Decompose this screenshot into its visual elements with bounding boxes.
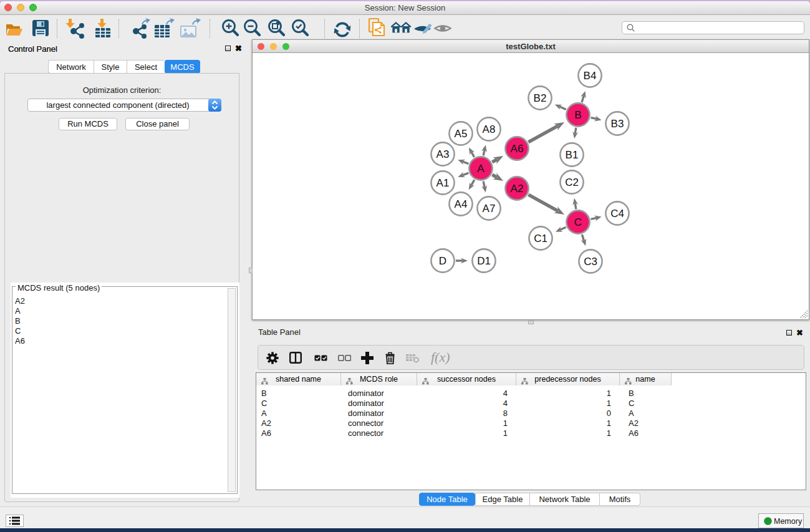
svg-text:B1: B1 [566,149,579,161]
svg-text:A: A [477,163,485,175]
svg-text:C3: C3 [584,256,597,268]
svg-text:C: C [574,216,582,228]
svg-text:A8: A8 [483,123,496,135]
svg-text:B: B [574,109,581,121]
svg-text:C2: C2 [565,177,579,188]
svg-text:A7: A7 [483,203,496,215]
svg-text:A6: A6 [511,143,524,155]
svg-text:A3: A3 [436,148,450,160]
svg-text:D1: D1 [477,255,491,267]
svg-text:C1: C1 [534,233,547,244]
svg-text:B3: B3 [611,118,624,130]
svg-text:A2: A2 [511,183,524,195]
svg-text:A5: A5 [455,128,468,140]
svg-text:A1: A1 [436,177,450,189]
svg-text:B4: B4 [584,70,597,82]
svg-text:B2: B2 [534,92,547,104]
svg-text:A4: A4 [455,198,468,210]
svg-text:C4: C4 [610,208,624,220]
svg-text:D: D [439,255,446,267]
